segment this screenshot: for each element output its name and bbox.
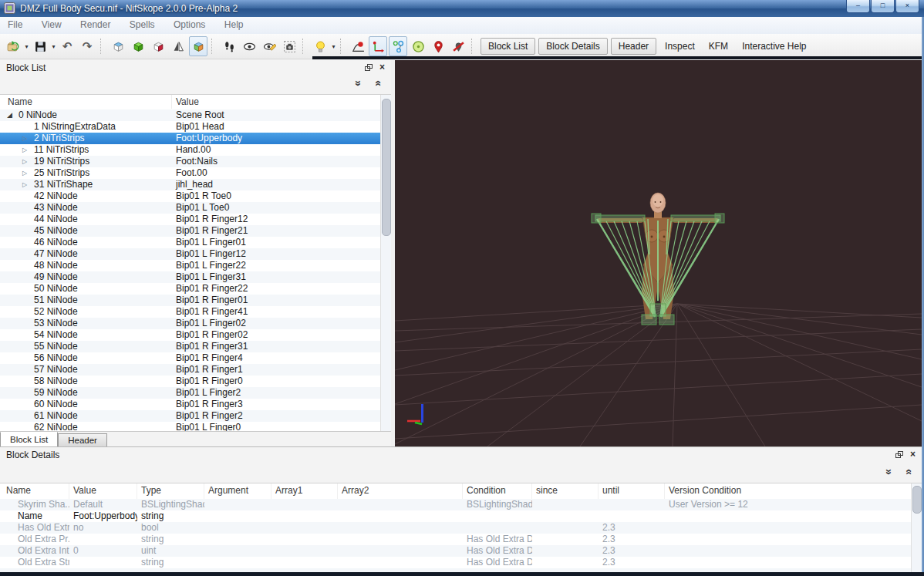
block-list-row[interactable]: 48 NiNodeBip01 L Finger22 — [0, 260, 381, 271]
scrollbar-thumb[interactable] — [382, 99, 391, 236]
tree-expander-icon[interactable]: ▷ — [22, 156, 27, 167]
marker-off-icon[interactable] — [449, 36, 467, 56]
block-list-row[interactable]: 60 NiNodeBip01 R Finger3 — [0, 399, 381, 410]
save-dropdown-caret[interactable]: ▾ — [50, 43, 57, 50]
details-row[interactable]: Old Extra Pr...stringHas Old Extra D...2… — [0, 534, 912, 545]
cube-red-icon[interactable] — [149, 36, 167, 56]
tree-expander-icon[interactable]: ◢ — [7, 109, 12, 121]
column-header-type[interactable]: Type — [137, 483, 204, 499]
undo-icon[interactable]: ↶ — [58, 36, 76, 56]
column-header-array2[interactable]: Array2 — [338, 483, 463, 499]
column-header-condition[interactable]: Condition — [463, 483, 532, 499]
folder-dropdown-caret[interactable]: ▾ — [23, 43, 30, 50]
block-list-row[interactable]: 56 NiNodeBip01 R Finger4 — [0, 352, 381, 364]
kfm-button[interactable]: KFM — [702, 39, 735, 54]
block-list-row[interactable]: 55 NiNodeBip01 R Finger31 — [0, 341, 381, 352]
collapse-all-icon[interactable]: » — [902, 469, 914, 475]
block-list-row[interactable]: 49 NiNodeBip01 L Finger31 — [0, 271, 381, 283]
block-list-row[interactable]: ▷2 NiTriStripsFoot:Upperbody — [0, 133, 381, 144]
collapse-all-icon[interactable]: » — [371, 80, 383, 86]
save-icon[interactable] — [31, 36, 49, 56]
block-list-row[interactable]: 57 NiNodeBip01 R Finger1 — [0, 364, 381, 376]
block-list-toggle-button[interactable]: Block List — [481, 38, 535, 55]
tab-header[interactable]: Header — [58, 433, 107, 447]
block-list-row[interactable]: 47 NiNodeBip01 L Finger12 — [0, 248, 381, 260]
details-row[interactable]: Skyrim Sha...DefaultBSLightingShad...BSL… — [0, 499, 912, 510]
details-scrollbar[interactable] — [911, 483, 922, 576]
details-row[interactable]: NameFoot:Upperbodystring — [0, 510, 912, 522]
block-list-row[interactable]: ▷25 NiTriStripsFoot.00 — [0, 167, 381, 179]
column-header-value[interactable]: Value — [176, 95, 199, 109]
column-header-since[interactable]: since — [532, 483, 599, 499]
block-list-row[interactable]: 52 NiNodeBip01 R Finger41 — [0, 306, 381, 318]
column-header-version-condition[interactable]: Version Condition — [665, 483, 912, 499]
block-list-row[interactable]: 43 NiNodeBip01 L Toe0 — [0, 202, 381, 214]
block-list-row[interactable]: 45 NiNodeBip01 R Finger21 — [0, 225, 381, 237]
details-row[interactable]: Old Extra Int...0uintHas Old Extra D...2… — [0, 545, 912, 557]
close-panel-icon[interactable]: × — [910, 450, 916, 458]
block-list-row[interactable]: 53 NiNodeBip01 L Finger02 — [0, 318, 381, 329]
tab-block-list[interactable]: Block List — [0, 432, 58, 447]
menu-options[interactable]: Options — [166, 17, 213, 33]
footsteps-icon[interactable] — [220, 36, 238, 56]
block-details-toggle-button[interactable]: Block Details — [538, 38, 607, 55]
interactive-help-button[interactable]: Interactive Help — [735, 39, 813, 54]
textured-cube-icon[interactable] — [189, 36, 207, 56]
menu-spells[interactable]: Spells — [122, 17, 163, 33]
menu-help[interactable]: Help — [217, 17, 251, 33]
block-list-row[interactable]: 61 NiNodeBip01 R Finger2 — [0, 410, 381, 422]
expand-all-icon[interactable]: » — [883, 469, 895, 475]
block-list-row[interactable]: 59 NiNodeBip01 L Finger2 — [0, 387, 381, 399]
block-list-scrollbar[interactable] — [380, 95, 391, 431]
move-axes-icon[interactable] — [369, 36, 387, 56]
vertex-point-icon[interactable] — [349, 36, 367, 56]
details-row[interactable]: Has Old Extr...nobool2.3 — [0, 522, 912, 534]
header-toggle-button[interactable]: Header — [611, 38, 656, 55]
close-button[interactable]: × — [895, 0, 919, 13]
menu-view[interactable]: View — [34, 17, 69, 33]
block-list-row[interactable]: 51 NiNodeBip01 R Finger01 — [0, 295, 381, 306]
float-panel-icon[interactable] — [895, 451, 903, 458]
location-marker-icon[interactable] — [429, 36, 447, 56]
column-header-value[interactable]: Value — [69, 483, 137, 499]
flip-icon[interactable] — [169, 36, 187, 56]
inspect-button[interactable]: Inspect — [658, 39, 702, 54]
lightbulb-dropdown-caret[interactable]: ▾ — [330, 43, 337, 50]
column-header-array1[interactable]: Array1 — [271, 483, 338, 499]
folder-reload-icon[interactable] — [4, 36, 22, 56]
block-list-row[interactable]: ▷31 NiTriShapejihl_head — [0, 179, 381, 190]
maximize-button[interactable]: □ — [871, 0, 895, 13]
block-list-row[interactable]: 54 NiNodeBip01 R Finger02 — [0, 329, 381, 341]
column-header-name[interactable]: Name — [0, 483, 69, 499]
block-list-row[interactable]: 42 NiNodeBip01 R Toe0 — [0, 190, 381, 202]
tree-expander-icon[interactable]: ▷ — [22, 144, 27, 156]
menu-render[interactable]: Render — [73, 17, 118, 33]
redo-icon[interactable]: ↷ — [78, 36, 96, 56]
expand-all-icon[interactable]: » — [352, 80, 365, 86]
viewport-3d[interactable] — [395, 60, 922, 446]
scrollbar-thumb[interactable] — [912, 486, 922, 514]
block-list-row[interactable]: 62 NiNodeBip01 L Finger0 — [0, 422, 381, 431]
block-list-row[interactable]: 46 NiNodeBip01 L Finger01 — [0, 237, 381, 248]
block-list-row[interactable]: 50 NiNodeBip01 R Finger22 — [0, 283, 381, 295]
eye-icon[interactable] — [240, 36, 258, 56]
eye-edit-icon[interactable] — [260, 36, 278, 56]
block-list-row[interactable]: 58 NiNodeBip01 R Finger0 — [0, 376, 381, 387]
block-list-row[interactable]: ▷11 NiTriStripsHand.00 — [0, 144, 381, 156]
column-header-until[interactable]: until — [599, 483, 665, 499]
minimize-button[interactable]: – — [846, 0, 870, 13]
cube-wire-icon[interactable] — [109, 36, 127, 56]
menu-file[interactable]: File — [0, 17, 30, 33]
column-header-argument[interactable]: Argument — [204, 483, 271, 499]
tree-expander-icon[interactable]: ▷ — [22, 167, 27, 179]
block-list-row[interactable]: ◢0 NiNodeScene Root — [0, 109, 381, 121]
float-panel-icon[interactable] — [365, 64, 373, 71]
node-link-icon[interactable] — [389, 36, 407, 56]
camera-capture-icon[interactable] — [280, 36, 298, 56]
block-list-row[interactable]: 44 NiNodeBip01 R Finger12 — [0, 214, 381, 225]
column-header-name[interactable]: Name — [8, 95, 172, 109]
tree-expander-icon[interactable]: ▷ — [22, 179, 27, 190]
title-bar[interactable]: DMZ Full Body Secu.nif - NifSkope 2.0.0 … — [0, 0, 924, 18]
details-row[interactable]: Old Extra Str...stringHas Old Extra D...… — [0, 557, 912, 568]
lightbulb-icon[interactable] — [311, 36, 329, 56]
